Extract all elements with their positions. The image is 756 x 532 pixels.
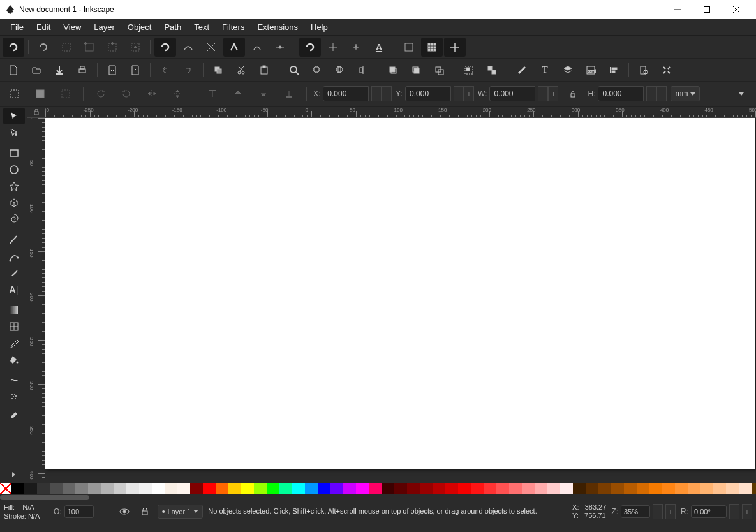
color-swatch[interactable] (75, 483, 88, 494)
color-swatch[interactable] (739, 483, 752, 494)
lower-button[interactable] (253, 84, 274, 103)
color-swatch[interactable] (88, 483, 101, 494)
color-swatch[interactable] (496, 483, 509, 494)
open-button[interactable] (26, 61, 47, 80)
snap-guide-button[interactable] (444, 38, 466, 57)
color-swatch[interactable] (241, 483, 254, 494)
color-swatch[interactable] (560, 483, 573, 494)
color-swatch[interactable] (24, 483, 37, 494)
zoom-selection-button[interactable] (283, 61, 305, 80)
select-all-layers-button[interactable] (29, 84, 51, 103)
layer-lock-button[interactable] (137, 505, 152, 519)
color-swatch[interactable] (37, 483, 50, 494)
y-decrement[interactable]: − (454, 86, 464, 101)
tool-tweak[interactable] (3, 372, 25, 388)
units-select[interactable]: mm (671, 86, 700, 101)
minimize-button[interactable] (663, 0, 692, 19)
save-button[interactable] (48, 61, 70, 80)
snap-grid-button[interactable] (421, 38, 443, 57)
color-swatch[interactable] (254, 483, 267, 494)
color-swatch[interactable] (11, 483, 24, 494)
color-swatch[interactable] (382, 483, 394, 494)
ruler-horizontal[interactable]: -300-250-200-150-100-5005010015020025030… (45, 107, 756, 118)
snap-page-border-button[interactable] (398, 38, 420, 57)
menu-extensions[interactable]: Extensions (251, 20, 304, 34)
snap-line-midpoint-button[interactable] (269, 38, 291, 57)
x-decrement[interactable]: − (371, 86, 382, 101)
tool-node[interactable] (3, 124, 25, 141)
y-increment[interactable]: + (464, 86, 474, 101)
y-input[interactable] (405, 86, 451, 101)
color-swatch[interactable] (369, 483, 382, 494)
color-swatch[interactable] (190, 483, 203, 494)
new-document-button[interactable] (3, 61, 24, 80)
w-increment[interactable]: + (548, 86, 558, 101)
undo-button[interactable] (154, 61, 176, 80)
tool-calligraphy[interactable] (3, 265, 25, 281)
menu-filters[interactable]: Filters (216, 20, 251, 34)
color-swatch[interactable] (445, 483, 458, 494)
w-input[interactable] (489, 86, 535, 101)
snap-bbox-button[interactable] (33, 38, 54, 57)
menu-object[interactable]: Object (121, 20, 158, 34)
toolbox-overflow[interactable] (3, 466, 25, 483)
zoom-center-button[interactable] (352, 61, 374, 80)
color-swatch[interactable] (611, 483, 624, 494)
color-swatch[interactable] (522, 483, 535, 494)
color-swatch[interactable] (598, 483, 611, 494)
color-swatch[interactable] (305, 483, 318, 494)
snap-path-button[interactable] (177, 38, 199, 57)
tool-spiral[interactable] (3, 211, 25, 228)
tool-dropper[interactable] (3, 335, 25, 351)
color-swatch[interactable] (228, 483, 241, 494)
opacity-input[interactable] (64, 505, 94, 518)
color-swatch[interactable] (139, 483, 152, 494)
tool-rectangle[interactable] (3, 145, 25, 161)
tool-3dbox[interactable] (3, 195, 25, 211)
color-swatch[interactable] (573, 483, 586, 494)
color-swatch[interactable] (713, 483, 726, 494)
snap-bbox-midpoint-button[interactable] (101, 38, 123, 57)
tool-paintbucket[interactable] (3, 351, 25, 368)
color-swatch[interactable] (624, 483, 637, 494)
menu-file[interactable]: File (4, 20, 30, 34)
clone-button[interactable] (405, 61, 427, 80)
color-swatch[interactable] (394, 483, 407, 494)
rotate-cw-button[interactable] (115, 84, 137, 103)
snap-cusp-button[interactable] (223, 38, 245, 57)
tool-eraser[interactable] (3, 405, 25, 422)
snap-rotation-center-button[interactable] (345, 38, 367, 57)
w-decrement[interactable]: − (538, 86, 548, 101)
menu-help[interactable]: Help (304, 20, 334, 34)
color-swatch[interactable] (471, 483, 484, 494)
color-swatch[interactable] (726, 483, 739, 494)
palette-scrollbar[interactable] (0, 494, 756, 501)
tool-bezier[interactable] (3, 248, 25, 265)
color-swatch[interactable] (662, 483, 675, 494)
color-swatch[interactable] (458, 483, 471, 494)
group-button[interactable] (458, 61, 480, 80)
color-swatch[interactable] (63, 483, 75, 494)
snap-bbox-corner-button[interactable] (78, 38, 100, 57)
color-swatch[interactable] (700, 483, 713, 494)
color-swatch[interactable] (535, 483, 547, 494)
print-button[interactable] (71, 61, 93, 80)
color-swatch[interactable] (637, 483, 649, 494)
color-swatch[interactable] (152, 483, 165, 494)
color-swatch[interactable] (165, 483, 177, 494)
x-input[interactable] (323, 86, 369, 101)
unlink-clone-button[interactable] (428, 61, 450, 80)
color-swatch[interactable] (407, 483, 420, 494)
cut-button[interactable] (230, 61, 252, 80)
color-swatch[interactable] (752, 483, 756, 494)
paste-button[interactable] (253, 61, 275, 80)
color-swatch[interactable] (279, 483, 292, 494)
color-swatch[interactable] (292, 483, 305, 494)
tool-star[interactable] (3, 178, 25, 195)
lock-aspect-button[interactable] (562, 84, 584, 103)
snap-others-button[interactable] (299, 38, 321, 57)
layers-dialog-button[interactable] (557, 61, 579, 80)
color-swatch[interactable] (484, 483, 496, 494)
tool-ellipse[interactable] (3, 161, 25, 178)
snap-bbox-edge-button[interactable] (56, 38, 77, 57)
